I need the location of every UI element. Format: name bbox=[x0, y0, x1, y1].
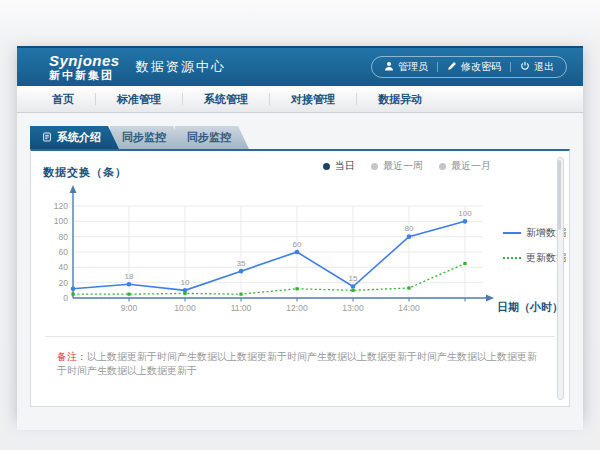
user-menu-separator bbox=[437, 62, 438, 72]
edit-icon bbox=[447, 61, 457, 73]
time-filter-last-week[interactable]: 最近一周 bbox=[371, 159, 423, 173]
content-panel: 当日最近一周最近一月 数据交换（条） 0204060801001209:0010… bbox=[30, 149, 570, 407]
data-point bbox=[463, 219, 468, 224]
data-point bbox=[127, 293, 130, 296]
chart-area: 0204060801001209:0010:0011:0012:0013:001… bbox=[31, 182, 569, 328]
data-point bbox=[127, 282, 132, 287]
data-point bbox=[295, 287, 298, 290]
main-nav: 首页标准管理系统管理对接管理数据异动 bbox=[17, 86, 583, 113]
data-label: 10 bbox=[181, 278, 190, 287]
user-menu-change-password[interactable]: 修改密码 bbox=[447, 60, 501, 74]
data-point bbox=[295, 250, 300, 255]
page-background: Synjones 新中新集团 数据资源中心 管理员修改密码退出 首页标准管理系统… bbox=[0, 0, 600, 450]
data-label: 100 bbox=[458, 209, 472, 218]
user-menu-logout[interactable]: 退出 bbox=[520, 60, 554, 74]
x-tick-label: 14:00 bbox=[398, 303, 420, 313]
tab-label: 同步监控 bbox=[187, 130, 231, 145]
data-point bbox=[351, 289, 354, 292]
user-menu-separator bbox=[510, 62, 511, 72]
data-point bbox=[351, 284, 356, 289]
radio-selected-icon bbox=[323, 163, 330, 170]
data-point bbox=[71, 287, 76, 292]
x-tick-label: 10:00 bbox=[174, 303, 196, 313]
x-tick-label: 13:00 bbox=[342, 303, 364, 313]
time-filter-label: 最近一月 bbox=[451, 159, 491, 173]
tab-system-intro[interactable]: 系统介绍 bbox=[30, 126, 119, 149]
y-tick-label: 40 bbox=[59, 262, 69, 272]
y-tick-label: 20 bbox=[59, 278, 69, 288]
nav-item-data-change[interactable]: 数据异动 bbox=[357, 92, 443, 107]
nav-item-home[interactable]: 首页 bbox=[31, 92, 95, 107]
data-point bbox=[407, 234, 412, 239]
x-tick-label: 9:00 bbox=[121, 303, 138, 313]
tab-sync-monitor-1[interactable]: 同步监控 bbox=[110, 126, 184, 149]
tab-label: 同步监控 bbox=[122, 130, 166, 145]
data-point bbox=[71, 293, 74, 296]
scrollbar-thumb[interactable] bbox=[558, 160, 561, 230]
app-window: Synjones 新中新集团 数据资源中心 管理员修改密码退出 首页标准管理系统… bbox=[17, 46, 583, 418]
company-logo: Synjones 新中新集团 bbox=[49, 53, 120, 81]
power-icon bbox=[520, 61, 530, 73]
data-point bbox=[407, 286, 410, 289]
radio-unselected-icon bbox=[439, 163, 446, 170]
user-menu: 管理员修改密码退出 bbox=[371, 56, 567, 78]
data-point bbox=[463, 262, 466, 265]
footnote-prefix: 备注： bbox=[57, 351, 87, 362]
y-tick-label: 100 bbox=[54, 216, 68, 226]
radio-unselected-icon bbox=[371, 163, 378, 170]
user-icon bbox=[384, 61, 394, 73]
x-axis-arrow bbox=[486, 295, 494, 302]
y-tick-label: 60 bbox=[59, 247, 69, 257]
data-point bbox=[239, 293, 242, 296]
data-label: 18 bbox=[125, 272, 134, 281]
tab-sync-monitor-2[interactable]: 同步监控 bbox=[175, 126, 249, 149]
data-label: 80 bbox=[405, 224, 414, 233]
footnote: 备注：以上数据更新于时间产生数据以上数据更新于时间产生数据以上数据更新于时间产生… bbox=[45, 336, 555, 378]
logo-secondary-text: 新中新集团 bbox=[49, 70, 120, 81]
y-tick-label: 80 bbox=[59, 232, 69, 242]
app-header: Synjones 新中新集团 数据资源中心 管理员修改密码退出 bbox=[17, 46, 583, 86]
data-label: 35 bbox=[237, 259, 246, 268]
user-menu-label: 退出 bbox=[534, 60, 554, 74]
y-tick-label: 0 bbox=[63, 293, 68, 303]
logo-primary-text: Synjones bbox=[49, 53, 120, 68]
tab-bar: 系统介绍同步监控同步监控 bbox=[30, 126, 583, 149]
nav-item-system-mgmt[interactable]: 系统管理 bbox=[183, 92, 269, 107]
user-menu-label: 修改密码 bbox=[461, 60, 501, 74]
data-point bbox=[183, 292, 186, 295]
nav-item-interface-mgmt[interactable]: 对接管理 bbox=[270, 92, 356, 107]
nav-item-standard-mgmt[interactable]: 标准管理 bbox=[96, 92, 182, 107]
time-filter-label: 当日 bbox=[335, 159, 355, 173]
tab-label: 系统介绍 bbox=[57, 130, 101, 145]
y-tick-label: 120 bbox=[54, 201, 68, 211]
y-axis-arrow bbox=[70, 185, 77, 193]
user-menu-label: 管理员 bbox=[398, 60, 428, 74]
data-point bbox=[239, 269, 244, 274]
time-filter-label: 最近一周 bbox=[383, 159, 423, 173]
content-area: 系统介绍同步监控同步监控 当日最近一周最近一月 数据交换（条） 02040608… bbox=[17, 113, 583, 430]
app-title: 数据资源中心 bbox=[136, 58, 226, 76]
time-filter-last-month[interactable]: 最近一月 bbox=[439, 159, 491, 173]
panel-scrollbar[interactable] bbox=[557, 157, 564, 400]
footnote-text: 以上数据更新于时间产生数据以上数据更新于时间产生数据以上数据更新于时间产生数据以… bbox=[57, 351, 537, 376]
time-filter-today[interactable]: 当日 bbox=[323, 159, 355, 173]
time-filter-group: 当日最近一周最近一月 bbox=[323, 159, 491, 173]
user-menu-admin[interactable]: 管理员 bbox=[384, 60, 428, 74]
legend-line-sample bbox=[503, 232, 521, 234]
chart-x-axis-title: 日期（小时） bbox=[497, 300, 563, 315]
x-tick-label: 12:00 bbox=[286, 303, 308, 313]
line-chart: 0204060801001209:0010:0011:0012:0013:001… bbox=[37, 182, 505, 328]
data-label: 15 bbox=[349, 274, 358, 283]
x-tick-label: 11:00 bbox=[231, 303, 252, 313]
document-icon bbox=[42, 132, 52, 144]
legend-line-sample bbox=[503, 257, 521, 259]
data-label: 60 bbox=[293, 240, 302, 249]
